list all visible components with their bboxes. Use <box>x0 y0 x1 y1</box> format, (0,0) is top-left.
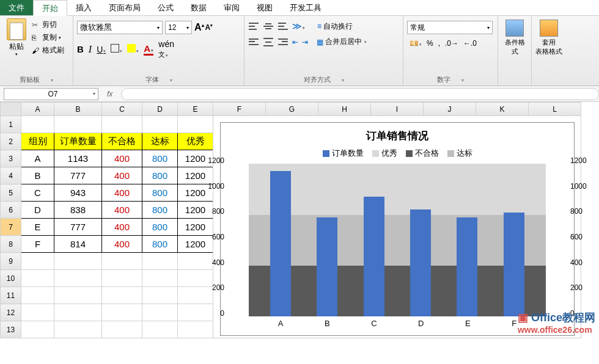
cell[interactable]: 不合格 <box>102 133 142 150</box>
col-header[interactable]: F <box>213 103 266 116</box>
col-header[interactable]: I <box>371 103 424 116</box>
row-header[interactable]: 6 <box>1 202 21 219</box>
row-header[interactable]: 9 <box>1 253 21 270</box>
font-size-combo[interactable]: 12▾ <box>165 21 192 34</box>
name-box[interactable]: O7 <box>4 88 98 100</box>
col-header[interactable]: K <box>476 103 529 116</box>
col-header[interactable]: E <box>178 103 213 116</box>
tab-layout[interactable]: 页面布局 <box>100 0 149 15</box>
tab-data[interactable]: 数据 <box>182 0 215 15</box>
cell[interactable]: 777 <box>54 219 102 236</box>
cell[interactable]: 800 <box>142 150 178 167</box>
indent-dec-button[interactable]: ⇤ <box>292 38 298 46</box>
worksheet-grid[interactable]: A B C D E F G H I J K L 1 2 组别 订单数量 不合格 … <box>0 102 599 338</box>
phonetic-button[interactable]: wén文 <box>158 39 174 59</box>
number-format-combo[interactable]: 常规▾ <box>407 21 493 34</box>
col-header[interactable]: G <box>266 103 318 116</box>
align-middle-button[interactable] <box>263 21 274 31</box>
cell[interactable]: F <box>21 236 54 253</box>
cell[interactable]: 1200 <box>178 202 213 219</box>
align-top-button[interactable] <box>248 21 259 31</box>
fill-color-button[interactable] <box>127 44 139 54</box>
col-header[interactable]: A <box>21 103 54 116</box>
row-header[interactable]: 11 <box>1 287 21 304</box>
merge-button[interactable]: ▦合并后居中 <box>317 37 367 47</box>
col-header[interactable]: C <box>102 103 142 116</box>
font-name-combo[interactable]: 微软雅黑▾ <box>77 21 163 34</box>
chart-object[interactable]: 订单销售情况 订单数量 优秀 不合格 达标 020040060080010001… <box>220 122 575 336</box>
cell[interactable]: 400 <box>102 167 142 184</box>
select-all-corner[interactable] <box>1 103 21 116</box>
row-header[interactable]: 1 <box>1 116 21 133</box>
cell[interactable]: 800 <box>142 219 178 236</box>
cell[interactable]: B <box>21 167 54 184</box>
percent-button[interactable]: % <box>427 39 433 48</box>
align-left-button[interactable] <box>248 37 259 47</box>
row-header[interactable]: 12 <box>1 304 21 321</box>
row-header[interactable]: 3 <box>1 150 21 167</box>
bold-button[interactable]: B <box>77 44 84 54</box>
currency-button[interactable]: 💴 <box>410 39 422 48</box>
cell[interactable]: 800 <box>142 202 178 219</box>
tab-formula[interactable]: 公式 <box>149 0 182 15</box>
cell[interactable]: 1200 <box>178 219 213 236</box>
row-header[interactable]: 7 <box>1 219 21 236</box>
cell[interactable]: 777 <box>54 167 102 184</box>
row-header[interactable]: 13 <box>1 321 21 338</box>
cell[interactable]: 400 <box>102 219 142 236</box>
cell[interactable]: 800 <box>142 167 178 184</box>
inc-decimal-button[interactable]: .0→ <box>445 39 458 48</box>
align-right-button[interactable] <box>277 37 288 47</box>
cell[interactable]: A <box>21 150 54 167</box>
formula-input[interactable] <box>121 88 599 100</box>
tab-insert[interactable]: 插入 <box>67 0 100 15</box>
tab-file[interactable]: 文件 <box>0 0 33 15</box>
italic-button[interactable]: I <box>89 44 92 55</box>
cond-format-button[interactable]: 条件格式 <box>498 16 532 86</box>
row-header[interactable]: 8 <box>1 236 21 253</box>
cell[interactable]: 800 <box>142 184 178 202</box>
orientation-button[interactable]: ≫ <box>292 21 305 32</box>
wrap-text-button[interactable]: ≡自动换行 <box>317 21 353 32</box>
cell[interactable]: 组别 <box>21 133 54 150</box>
row-header[interactable]: 2 <box>1 133 21 150</box>
comma-button[interactable]: , <box>438 39 440 48</box>
align-bottom-button[interactable] <box>277 21 288 31</box>
dec-decimal-button[interactable]: ←.0 <box>463 39 477 48</box>
painter-button[interactable]: 🖌格式刷 <box>32 44 64 57</box>
row-header[interactable]: 4 <box>1 167 21 184</box>
col-header[interactable]: H <box>318 103 371 116</box>
col-header[interactable]: L <box>529 103 581 116</box>
cell[interactable]: 838 <box>54 202 102 219</box>
cell[interactable]: 943 <box>54 184 102 202</box>
cell[interactable]: 814 <box>54 236 102 253</box>
cut-button[interactable]: ✂剪切 <box>32 18 64 31</box>
cell[interactable]: D <box>21 202 54 219</box>
cell[interactable]: 400 <box>102 202 142 219</box>
tab-home[interactable]: 开始 <box>33 0 67 16</box>
cell[interactable]: E <box>21 219 54 236</box>
tab-view[interactable]: 视图 <box>248 0 281 15</box>
row-header[interactable]: 10 <box>1 270 21 287</box>
cell[interactable]: 1143 <box>54 150 102 167</box>
cell[interactable]: C <box>21 184 54 202</box>
grow-font-button[interactable]: A▴ <box>194 22 204 33</box>
shrink-font-button[interactable]: A▾ <box>205 23 213 32</box>
paste-button[interactable]: 粘贴 ▾ <box>4 18 29 57</box>
col-header[interactable]: D <box>142 103 178 116</box>
cell[interactable]: 400 <box>102 150 142 167</box>
font-color-button[interactable]: A <box>144 43 153 56</box>
col-header[interactable]: B <box>54 103 102 116</box>
cell[interactable]: 优秀 <box>178 133 213 150</box>
row-header[interactable]: 5 <box>1 184 21 202</box>
copy-button[interactable]: ⎘复制▾ <box>32 31 64 44</box>
table-format-button[interactable]: 套用 表格格式 <box>532 16 565 86</box>
indent-inc-button[interactable]: ⇥ <box>302 38 308 46</box>
cell[interactable]: 1200 <box>178 236 213 253</box>
col-header[interactable]: J <box>424 103 476 116</box>
cell[interactable]: 400 <box>102 236 142 253</box>
cell[interactable]: 800 <box>142 236 178 253</box>
fx-icon[interactable]: fx <box>107 90 112 98</box>
tab-dev[interactable]: 开发工具 <box>281 0 330 15</box>
tab-review[interactable]: 审阅 <box>215 0 248 15</box>
